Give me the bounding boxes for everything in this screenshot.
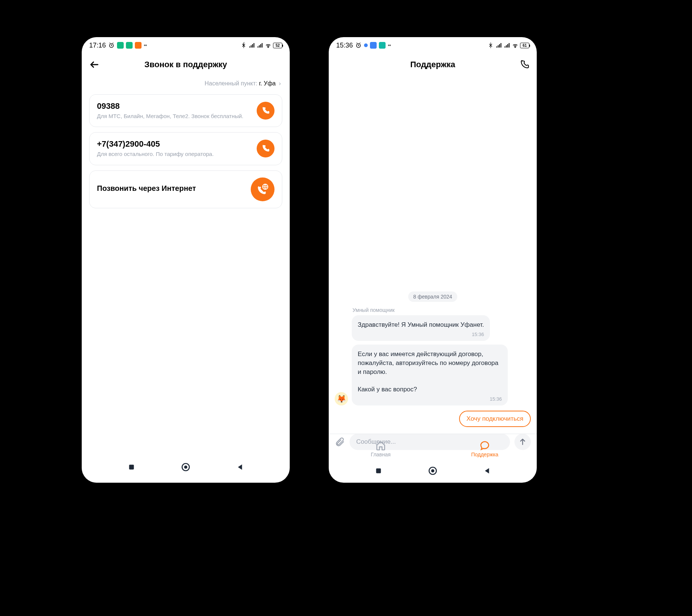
status-dot <box>364 43 368 47</box>
date-separator: 8 февраля 2024 <box>408 291 458 302</box>
message-row: Здравствуйте! Я Умный помощник Уфанет. 1… <box>335 315 531 341</box>
call-card-full-number[interactable]: +7(347)2900-405 Для всего остального. По… <box>89 132 282 165</box>
battery-indicator: 52 <box>273 43 282 48</box>
svg-point-4 <box>184 466 188 469</box>
call-options-list: 09388 Для МТС, Билайн, Мегафон, Теле2. З… <box>82 94 290 208</box>
wifi-icon <box>512 42 519 49</box>
status-bar: 15:36 •• 61 <box>329 37 537 53</box>
tab-label: Поддержка <box>471 452 498 457</box>
sender-name: Умный помощник <box>353 307 531 313</box>
tab-label: Главная <box>371 452 390 457</box>
bottom-tabbar: Главная Поддержка <box>329 434 537 463</box>
call-button[interactable] <box>257 102 274 120</box>
phone-globe-icon <box>256 183 269 196</box>
signal-icon <box>496 42 502 49</box>
bluetooth-icon <box>487 42 494 49</box>
internet-call-button[interactable] <box>251 177 274 201</box>
nav-home-button[interactable] <box>181 462 191 472</box>
message-bubble: Здравствуйте! Я Умный помощник Уфанет. 1… <box>352 315 490 341</box>
phone-icon <box>261 106 270 115</box>
quick-reply-row: Хочу подключиться <box>335 411 531 427</box>
nav-back-button[interactable] <box>483 467 491 475</box>
back-button[interactable] <box>89 59 100 70</box>
signal-icon <box>257 42 263 49</box>
bot-avatar: 🦊 <box>335 392 348 405</box>
header: Звонок в поддержку <box>82 53 290 76</box>
wifi-icon <box>265 42 272 49</box>
phone-icon <box>520 60 529 69</box>
call-description: Для всего остального. По тарифу оператор… <box>97 150 251 158</box>
svg-rect-6 <box>376 469 381 473</box>
tab-support[interactable]: Поддержка <box>433 434 537 463</box>
location-selector[interactable]: Населенный пункт: г. Уфа › <box>82 76 290 94</box>
message-time: 15:36 <box>358 396 502 402</box>
location-city: г. Уфа <box>259 80 276 87</box>
chat-icon <box>480 440 490 451</box>
status-more-icon: •• <box>388 42 391 48</box>
nav-recent-button[interactable] <box>374 467 383 475</box>
system-nav <box>82 460 290 475</box>
status-app-badge <box>370 42 377 49</box>
page-title: Звонок в поддержку <box>144 60 227 69</box>
status-time: 15:36 <box>336 42 353 49</box>
alarm-icon <box>108 42 115 49</box>
nav-recent-button[interactable] <box>127 463 136 471</box>
status-app-badge <box>135 42 142 49</box>
svg-point-8 <box>431 469 435 473</box>
nav-back-button[interactable] <box>236 463 244 471</box>
call-card-short-number[interactable]: 09388 Для МТС, Билайн, Мегафон, Теле2. З… <box>89 94 282 127</box>
status-app-badge <box>379 42 386 49</box>
message-row: 🦊 Если у вас имеется действующий договор… <box>335 345 531 405</box>
alarm-icon <box>355 42 362 49</box>
message-bubble: Если у вас имеется действующий договор, … <box>352 345 508 405</box>
tab-home[interactable]: Главная <box>329 434 433 463</box>
call-number: 09388 <box>97 101 251 111</box>
status-bar: 17:16 •• 52 <box>82 37 290 53</box>
status-app-badge <box>126 42 133 49</box>
system-nav <box>329 463 537 478</box>
call-support-button[interactable] <box>520 60 529 69</box>
svg-rect-2 <box>129 465 134 470</box>
chat-messages: 8 февраля 2024 Умный помощник Здравствуй… <box>329 76 537 431</box>
call-number: +7(347)2900-405 <box>97 139 251 149</box>
phone-icon <box>261 144 270 153</box>
header: Поддержка <box>329 53 537 76</box>
quick-reply-chip[interactable]: Хочу подключиться <box>459 411 531 427</box>
signal-icon <box>504 42 510 49</box>
bluetooth-icon <box>240 42 247 49</box>
battery-indicator: 61 <box>520 43 529 48</box>
message-time: 15:36 <box>358 332 484 337</box>
message-text: Здравствуйте! Я Умный помощник Уфанет. <box>358 320 484 329</box>
status-app-badge <box>117 42 124 49</box>
status-time: 17:16 <box>89 42 106 49</box>
location-label: Населенный пункт: <box>205 80 257 87</box>
call-title: Позвонить через Интернет <box>97 184 245 193</box>
phone-call-support: 17:16 •• 52 Звонок в поддержку Населенны… <box>82 37 290 483</box>
phone-support-chat: 15:36 •• 61 Поддержка 8 февраля 2024 Умн… <box>329 37 537 483</box>
nav-home-button[interactable] <box>428 466 438 476</box>
home-icon <box>376 440 386 451</box>
call-description: Для МТС, Билайн, Мегафон, Теле2. Звонок … <box>97 113 251 120</box>
message-text: Если у вас имеется действующий договор, … <box>358 350 502 394</box>
call-button[interactable] <box>257 140 274 157</box>
call-card-internet[interactable]: Позвонить через Интернет <box>89 170 282 208</box>
chevron-right-icon: › <box>279 80 281 87</box>
page-title: Поддержка <box>410 60 455 69</box>
signal-icon <box>248 42 255 49</box>
status-more-icon: •• <box>144 42 147 48</box>
